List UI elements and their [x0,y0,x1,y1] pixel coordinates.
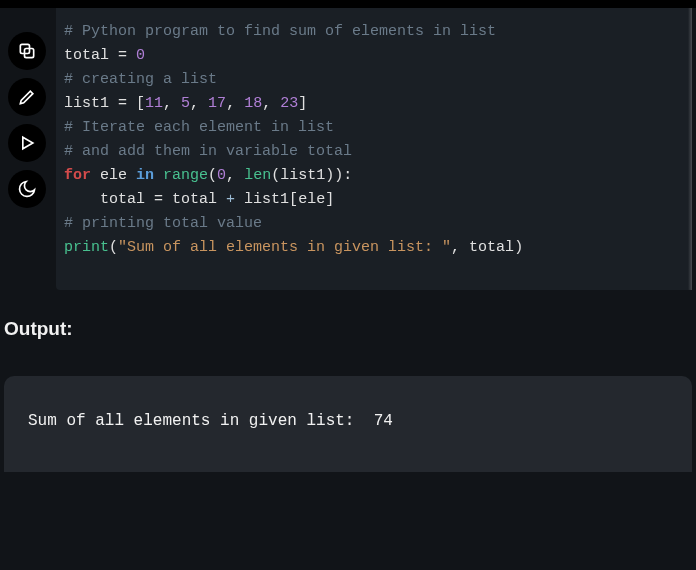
code-comma: , [190,95,208,112]
code-ident: ele [91,167,136,184]
output-label: Output: [4,318,696,340]
code-op: = [109,95,136,112]
code-op: + [226,191,235,208]
top-tab-bar [0,0,696,8]
code-paren: ( [271,167,280,184]
edit-button[interactable] [8,78,46,116]
scrollbar[interactable] [688,8,692,290]
code-ident: total [100,191,154,208]
code-builtin: len [244,167,271,184]
code-comma: , [262,95,280,112]
code-comma: , [163,95,181,112]
code-op: = [154,191,172,208]
code-comma: , [226,167,244,184]
code-indent [64,191,100,208]
code-comment: # Iterate each element in list [64,119,334,136]
code-comment: # printing total value [64,215,262,232]
code-number: 23 [280,95,298,112]
code-paren: )) [325,167,343,184]
play-icon [17,133,37,153]
code-paren: ) [514,239,523,256]
copy-button[interactable] [8,32,46,70]
code-comma: , [451,239,469,256]
code-bracket: ] [325,191,334,208]
code-keyword: in [136,167,154,184]
run-button[interactable] [8,124,46,162]
editor-wrap: # Python program to find sum of elements… [0,8,696,290]
code-paren: ( [208,167,217,184]
code-ident: list1 [280,167,325,184]
code-op: = [109,47,136,64]
code-string: "Sum of all elements in given list: " [118,239,451,256]
code-ident: ele [298,191,325,208]
pencil-icon [17,87,37,107]
code-space [235,191,244,208]
code-builtin: range [163,167,208,184]
code-number: 0 [136,47,145,64]
moon-icon [17,179,37,199]
code-ident: list1 [64,95,109,112]
code-comment: # creating a list [64,71,217,88]
code-builtin: print [64,239,109,256]
output-section: Output: Sum of all elements in given lis… [0,290,696,472]
code-number: 18 [244,95,262,112]
code-ident: total [469,239,514,256]
code-ident: total [64,47,109,64]
code-keyword: for [64,167,91,184]
dark-mode-button[interactable] [8,170,46,208]
code-comma: , [226,95,244,112]
code-editor[interactable]: # Python program to find sum of elements… [56,8,692,290]
copy-icon [17,41,37,61]
code-number: 0 [217,167,226,184]
code-number: 17 [208,95,226,112]
code-ident: list1 [244,191,289,208]
code-bracket: [ [136,95,145,112]
code-bracket: [ [289,191,298,208]
code-number: 5 [181,95,190,112]
toolbar [8,8,56,290]
output-box: Sum of all elements in given list: 74 [4,376,692,472]
code-bracket: ] [298,95,307,112]
code-space [154,167,163,184]
code-number: 11 [145,95,163,112]
code-comment: # Python program to find sum of elements… [64,23,496,40]
code-colon: : [343,167,352,184]
code-comment: # and add them in variable total [64,143,352,160]
code-ident: total [172,191,226,208]
code-paren: ( [109,239,118,256]
